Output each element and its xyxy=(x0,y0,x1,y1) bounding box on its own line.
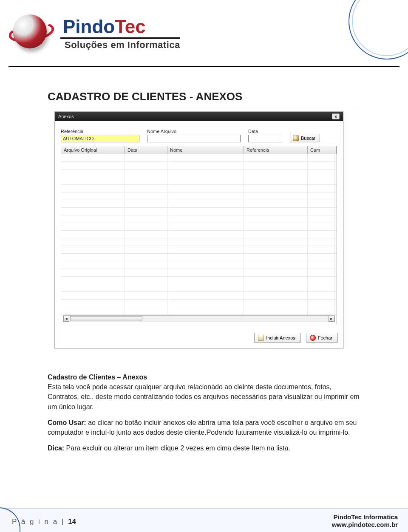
anexos-grid[interactable]: Arquivo Original Data Nome Referencia Ca… xyxy=(61,146,337,324)
close-icon[interactable]: x xyxy=(332,113,340,119)
grid-rows[interactable] xyxy=(61,154,337,316)
table-cell xyxy=(308,269,335,276)
table-cell xyxy=(308,246,335,253)
table-cell xyxy=(125,185,167,192)
table-cell xyxy=(167,192,244,200)
logo-title: PindoTec xyxy=(60,17,180,38)
table-cell xyxy=(167,246,244,253)
table-row[interactable] xyxy=(61,185,337,192)
table-row[interactable] xyxy=(61,223,337,231)
table-row[interactable] xyxy=(61,254,337,261)
table-row[interactable] xyxy=(61,277,337,284)
nome-arquivo-field: Nome Arquivo xyxy=(147,129,241,142)
table-row[interactable] xyxy=(61,246,337,254)
table-cell xyxy=(244,200,308,207)
table-row[interactable] xyxy=(61,208,337,215)
referencia-field: Referência xyxy=(61,129,139,142)
table-cell xyxy=(244,254,308,261)
table-cell xyxy=(125,215,167,223)
fechar-button[interactable]: Fechar xyxy=(306,333,338,343)
scroll-right-icon[interactable]: ► xyxy=(329,316,334,322)
table-cell xyxy=(61,170,125,177)
data-input[interactable] xyxy=(248,135,282,142)
col-nome[interactable]: Nome xyxy=(167,146,244,154)
logo: PindoTec Soluções em Informatica xyxy=(8,8,400,57)
table-row[interactable] xyxy=(61,215,337,223)
search-icon xyxy=(293,135,299,141)
col-arquivo-original[interactable]: Arquivo Original xyxy=(61,146,125,154)
table-cell xyxy=(61,192,125,200)
page-num: 14 xyxy=(68,518,76,526)
table-cell xyxy=(244,231,308,238)
table-row[interactable] xyxy=(61,284,337,292)
footer-right: PindoTec Informatica www.pindotec.com.br xyxy=(332,513,398,529)
table-cell xyxy=(167,284,244,291)
dialog-body: Referência Nome Arquivo Data Buscar Arqu… xyxy=(55,121,343,328)
search-field-row: Referência Nome Arquivo Data Buscar xyxy=(61,129,337,142)
table-cell xyxy=(167,154,244,161)
table-cell xyxy=(61,246,125,253)
table-cell xyxy=(167,223,244,230)
scroll-left-icon[interactable]: ◄ xyxy=(63,316,69,322)
nome-arquivo-input[interactable] xyxy=(147,135,241,142)
table-row[interactable] xyxy=(61,177,337,185)
table-cell xyxy=(61,231,125,238)
table-cell xyxy=(244,307,308,314)
table-cell xyxy=(308,307,335,314)
table-cell xyxy=(308,284,335,291)
table-row[interactable] xyxy=(61,231,337,238)
table-cell xyxy=(125,223,167,230)
table-cell xyxy=(61,284,125,291)
table-row[interactable] xyxy=(61,192,337,200)
table-row[interactable] xyxy=(61,200,337,208)
footer-url: www.pindotec.com.br xyxy=(332,521,398,529)
referencia-input[interactable] xyxy=(61,135,139,142)
table-cell xyxy=(308,215,335,223)
table-cell xyxy=(308,292,335,299)
table-cell xyxy=(61,238,125,246)
incluir-anexos-button[interactable]: Incluir Anexos xyxy=(254,333,300,343)
table-cell xyxy=(244,300,308,307)
table-row[interactable] xyxy=(61,269,337,277)
table-cell xyxy=(61,269,125,276)
table-cell xyxy=(308,185,335,192)
table-cell xyxy=(244,154,308,161)
table-row[interactable] xyxy=(61,154,337,162)
dialog-footer: Incluir Anexos Fechar xyxy=(55,328,343,348)
table-cell xyxy=(308,300,335,307)
logo-sphere-icon xyxy=(8,10,55,57)
table-cell xyxy=(244,177,308,184)
table-row[interactable] xyxy=(61,292,337,300)
como-usar-label: Como Usar: xyxy=(48,419,86,426)
table-row[interactable] xyxy=(61,162,337,170)
horizontal-scrollbar[interactable]: ◄ ► xyxy=(63,315,335,322)
table-cell xyxy=(167,231,244,238)
dialog-titlebar[interactable]: Anexos x xyxy=(55,112,343,121)
table-cell xyxy=(125,208,167,215)
scroll-thumb[interactable] xyxy=(70,316,142,321)
nome-arquivo-label: Nome Arquivo xyxy=(147,129,241,134)
table-cell xyxy=(125,154,167,161)
table-cell xyxy=(308,231,335,238)
table-cell xyxy=(308,154,335,161)
buscar-button[interactable]: Buscar xyxy=(290,134,320,142)
table-cell xyxy=(125,307,167,314)
table-cell xyxy=(167,254,244,261)
col-caminho[interactable]: Cam xyxy=(308,146,337,154)
table-cell xyxy=(167,238,244,246)
table-row[interactable] xyxy=(61,300,337,307)
table-cell xyxy=(308,223,335,230)
table-row[interactable] xyxy=(61,238,337,246)
table-cell xyxy=(308,200,335,207)
table-row[interactable] xyxy=(61,170,337,177)
table-row[interactable] xyxy=(61,261,337,269)
body-p3: Para excluir ou alterar um item clique 2… xyxy=(64,444,290,452)
table-cell xyxy=(308,170,335,177)
col-data[interactable]: Data xyxy=(125,146,167,154)
col-referencia[interactable]: Referencia xyxy=(244,146,308,154)
table-row[interactable] xyxy=(61,307,337,315)
page-number: P á g i n a | 14 xyxy=(12,518,76,526)
table-cell xyxy=(125,284,167,291)
table-cell xyxy=(244,208,308,215)
table-cell xyxy=(308,238,335,246)
